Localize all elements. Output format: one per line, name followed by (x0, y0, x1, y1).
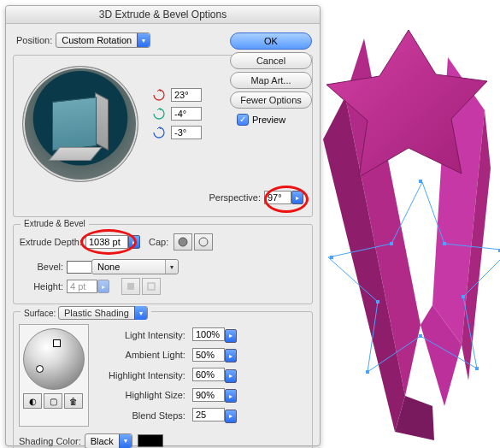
cap-label: Cap: (149, 237, 168, 247)
chevron-updown-icon: ▾ (134, 306, 147, 320)
svg-rect-20 (330, 256, 333, 259)
axis-x-input[interactable]: 23° (171, 88, 202, 102)
bevel-value: None (92, 262, 165, 272)
surface-section-label: Surface: Plastic Shading ▾ (21, 306, 151, 320)
shading-color-label: Shading Color: (19, 436, 81, 446)
height-label: Height: (19, 281, 63, 292)
chevron-updown-icon: ▾ (137, 33, 150, 47)
highlight-intensity-input[interactable]: 60% (192, 368, 225, 381)
svg-point-0 (179, 238, 187, 246)
bevel-select[interactable]: None ▾ (91, 259, 179, 274)
blend-steps-label: Blend Steps: (106, 406, 188, 425)
fewer-options-button[interactable]: Fewer Options (230, 91, 312, 109)
svg-rect-15 (462, 295, 465, 298)
cap-off-button[interactable] (194, 233, 213, 251)
svg-rect-2 (127, 283, 134, 290)
svg-rect-19 (376, 300, 379, 304)
axis-z-input[interactable]: -3° (171, 126, 202, 139)
rotation-trackball[interactable] (22, 66, 138, 182)
light-intensity-input[interactable]: 100% (192, 327, 225, 341)
light-handle-2[interactable] (36, 365, 44, 373)
position-select[interactable]: Custom Rotation ▾ (56, 32, 150, 48)
perspective-label: Perspective: (209, 192, 261, 203)
cap-on-button[interactable] (174, 233, 192, 251)
highlight-size-label: Highlight Size: (106, 386, 188, 405)
bevel-label: Bevel: (19, 262, 63, 272)
axis-z-icon (152, 126, 166, 139)
canvas-preview (316, 30, 500, 440)
map-art-button[interactable]: Map Art... (230, 72, 312, 89)
perspective-slider-button[interactable]: ▸ (291, 191, 303, 204)
light-handle-1[interactable] (53, 339, 61, 347)
extrude-depth-label: Extrude Depth: (19, 237, 82, 247)
extrude-depth-input[interactable]: 1038 pt (85, 235, 128, 249)
ambient-light-label: Ambient Light: (106, 346, 188, 365)
light-sphere[interactable] (23, 328, 85, 390)
extrude-depth-slider-button[interactable]: ▸ (128, 235, 140, 249)
svg-rect-18 (366, 370, 369, 374)
height-slider-button[interactable]: ▸ (97, 280, 109, 293)
slider-button[interactable]: ▸ (225, 369, 237, 383)
dialog-title: 3D Extrude & Bevel Options (6, 6, 320, 24)
svg-rect-13 (443, 242, 446, 245)
highlight-intensity-label: Highlight Intensity: (106, 366, 188, 385)
bevel-out-button[interactable] (142, 278, 161, 295)
highlight-size-input[interactable]: 90% (192, 388, 225, 402)
perspective-input[interactable]: 97° (264, 191, 291, 204)
slider-button[interactable]: ▸ (225, 349, 237, 363)
bevel-in-button[interactable] (121, 278, 140, 295)
svg-rect-12 (419, 180, 422, 183)
preview-checkbox[interactable]: ✓ Preview (237, 114, 312, 126)
svg-rect-21 (390, 242, 393, 245)
slider-button[interactable]: ▸ (225, 329, 237, 343)
light-new-button[interactable]: ▢ (44, 393, 62, 409)
light-delete-button[interactable]: 🗑 (64, 393, 83, 409)
svg-rect-17 (419, 334, 422, 338)
svg-rect-3 (148, 283, 155, 290)
blend-steps-input[interactable]: 25 (192, 408, 225, 421)
position-label: Position: (16, 35, 52, 45)
ok-button[interactable]: OK (230, 32, 312, 50)
position-value: Custom Rotation (56, 35, 137, 45)
svg-point-1 (199, 238, 208, 246)
surface-select[interactable]: Plastic Shading ▾ (58, 306, 148, 320)
light-back-button[interactable]: ◐ (23, 393, 42, 409)
3d-extrude-dialog: 3D Extrude & Bevel Options Position: Cus… (5, 5, 321, 446)
svg-rect-16 (475, 367, 479, 370)
shading-color-select[interactable]: Black ▾ (85, 433, 132, 449)
axis-y-input[interactable]: -4° (171, 107, 202, 121)
axis-x-icon (152, 88, 166, 102)
axis-y-icon (152, 107, 166, 121)
bevel-preview (67, 261, 91, 274)
checkbox-checked-icon: ✓ (237, 114, 249, 126)
extrude-section-title: Extrude & Bevel (21, 219, 89, 228)
cancel-button[interactable]: Cancel (230, 52, 312, 69)
ambient-light-input[interactable]: 50% (192, 348, 225, 362)
chevron-down-icon: ▾ (165, 260, 178, 274)
height-input[interactable]: 4 pt (67, 280, 97, 293)
light-intensity-label: Light Intensity: (106, 326, 188, 345)
slider-button[interactable]: ▸ (225, 410, 237, 423)
shading-color-swatch[interactable] (138, 434, 163, 447)
chevron-updown-icon: ▾ (119, 434, 132, 448)
slider-button[interactable]: ▸ (225, 389, 237, 403)
